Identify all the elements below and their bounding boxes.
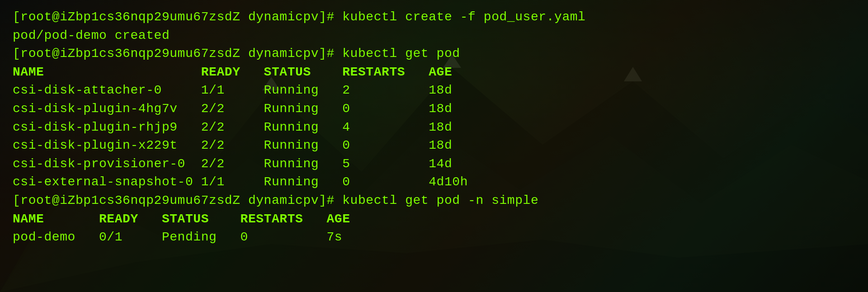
terminal-line-2: pod/pod-demo created bbox=[13, 27, 855, 45]
terminal-line-8: csi-disk-plugin-x229t 2/2 Running 0 18d bbox=[13, 137, 855, 155]
terminal-line-13: pod-demo 0/1 Pending 0 7s bbox=[13, 228, 855, 247]
terminal-line-9: csi-disk-provisioner-0 2/2 Running 5 14d bbox=[13, 155, 855, 174]
terminal-line-10: csi-external-snapshot-0 1/1 Running 0 4d… bbox=[13, 173, 855, 192]
terminal-line-11: [root@iZbp1cs36nqp29umu67zsdZ dynamicpv]… bbox=[13, 192, 855, 210]
terminal-line-4-header: NAME READY STATUS RESTARTS AGE bbox=[13, 63, 855, 82]
terminal-line-5: csi-disk-attacher-0 1/1 Running 2 18d bbox=[13, 81, 855, 100]
terminal-line-6: csi-disk-plugin-4hg7v 2/2 Running 0 18d bbox=[13, 100, 855, 118]
terminal-line-1: [root@iZbp1cs36nqp29umu67zsdZ dynamicpv]… bbox=[13, 8, 855, 27]
terminal-line-3: [root@iZbp1cs36nqp29umu67zsdZ dynamicpv]… bbox=[13, 45, 855, 63]
terminal-line-7: csi-disk-plugin-rhjp9 2/2 Running 4 18d bbox=[13, 118, 855, 137]
terminal-content: [root@iZbp1cs36nqp29umu67zsdZ dynamicpv]… bbox=[0, 0, 868, 292]
terminal-line-12-header: NAME READY STATUS RESTARTS AGE bbox=[13, 210, 855, 229]
terminal-background: [root@iZbp1cs36nqp29umu67zsdZ dynamicpv]… bbox=[0, 0, 868, 292]
